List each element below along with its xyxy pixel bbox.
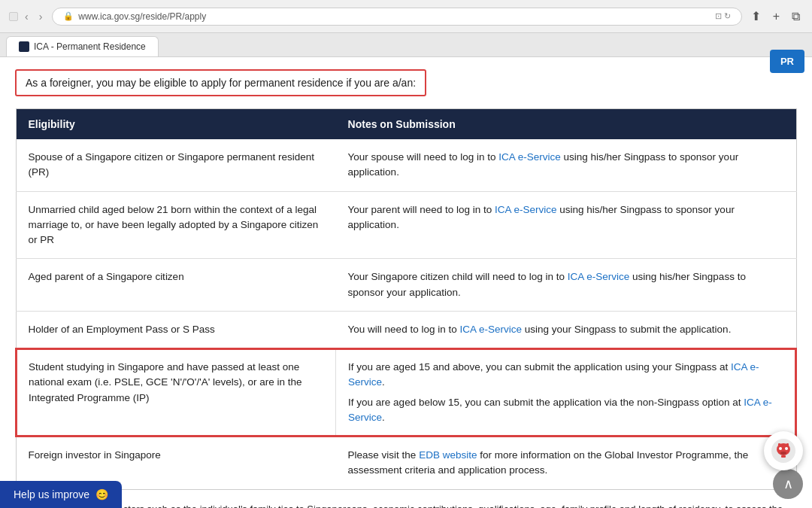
tab-favicon: [19, 41, 29, 52]
notes-prefix: Your Singapore citizen child will need t…: [348, 271, 568, 282]
student-row: Student studying in Singapore and have p…: [16, 348, 796, 437]
address-bar[interactable]: 🔒 www.ica.gov.sg/reside/PR/apply ⊡ ↻: [52, 8, 741, 26]
col-header-notes: Notes on Submission: [336, 109, 796, 140]
svg-rect-6: [778, 443, 780, 446]
notes-prefix: Your spouse will need to log in to: [348, 151, 499, 163]
notes-suffix: using your Singpass to submit the applic…: [522, 324, 731, 335]
chatbot-svg: [771, 438, 796, 464]
browser-controls: ‹ ›: [9, 9, 46, 24]
window-icon: [9, 12, 18, 21]
eligibility-cell: Holder of an Employment Pass or S Pass: [16, 311, 336, 348]
reader-icon: ⊡ ↻: [715, 11, 731, 21]
browser-actions: ⬆ + ⧉: [748, 8, 803, 25]
add-tab-button[interactable]: +: [770, 8, 783, 25]
ica-eservice-link[interactable]: ICA e-Service: [459, 324, 522, 335]
col-header-eligibility: Eligibility: [16, 109, 336, 140]
notes-cell: Your parent will need to log in to ICA e…: [336, 191, 796, 259]
lock-icon: 🔒: [63, 11, 74, 21]
edb-website-link[interactable]: EDB website: [419, 449, 477, 461]
eligibility-cell: Spouse of a Singapore citizen or Singapo…: [16, 139, 336, 191]
ica-eservice-link[interactable]: ICA e-Service: [568, 271, 630, 282]
table-header-row: Eligibility Notes on Submission: [16, 109, 796, 140]
eligibility-note: As a foreigner, you may be eligible to a…: [15, 69, 426, 96]
active-tab[interactable]: ICA - Permanent Residence: [6, 36, 159, 56]
tab-bar: ICA - Permanent Residence: [0, 33, 812, 57]
url-text: www.ica.gov.sg/reside/PR/apply: [78, 11, 206, 22]
table-row: Foreign investor in Singapore Please vis…: [16, 437, 796, 489]
chatbot-button[interactable]: [764, 431, 803, 470]
student-note-line2: If you are aged below 15, you can submit…: [348, 395, 783, 426]
table-row: Spouse of a Singapore citizen or Singapo…: [16, 139, 796, 191]
table-row: Holder of an Employment Pass or S Pass Y…: [16, 311, 796, 348]
copy-button[interactable]: ⧉: [789, 8, 803, 25]
table-row: Unmarried child aged below 21 born withi…: [16, 191, 796, 259]
share-button[interactable]: ⬆: [748, 8, 764, 25]
help-label: Help us improve: [14, 488, 89, 500]
footer-note: ICA takes into account factors such as t…: [15, 502, 797, 509]
back-button[interactable]: ‹: [21, 9, 32, 24]
svg-point-2: [779, 447, 782, 450]
svg-point-4: [780, 452, 786, 455]
browser-chrome: ‹ › 🔒 www.ica.gov.sg/reside/PR/apply ⊡ ↻…: [0, 0, 812, 33]
eligibility-cell-student: Student studying in Singapore and have p…: [16, 348, 336, 437]
notes-cell: Your Singapore citizen child will need t…: [336, 259, 796, 312]
help-emoji: 😊: [95, 488, 108, 500]
student-note-line1: If you are aged 15 and above, you can su…: [348, 360, 783, 391]
scroll-top-button[interactable]: ∧: [773, 469, 803, 499]
svg-point-3: [785, 447, 788, 450]
notes-cell-student: If you are aged 15 and above, you can su…: [336, 348, 796, 437]
notes-cell: You will need to log in to ICA e-Service…: [336, 311, 796, 348]
ica-eservice-link[interactable]: ICA e-Service: [495, 204, 557, 215]
notes-prefix: Please visit the: [348, 449, 420, 461]
notes-cell: Your spouse will need to log in to ICA e…: [336, 139, 796, 191]
page-content: PR As a foreigner, you may be eligible t…: [0, 57, 812, 508]
svg-rect-7: [786, 443, 789, 446]
ica-eservice-link[interactable]: ICA e-Service: [498, 151, 561, 163]
eligibility-cell: Unmarried child aged below 21 born withi…: [16, 191, 336, 259]
tab-label: ICA - Permanent Residence: [34, 41, 146, 52]
notes-cell: Please visit the EDB website for more in…: [336, 437, 796, 489]
svg-rect-5: [781, 455, 786, 458]
notes-prefix: You will need to log in to: [348, 324, 460, 335]
table-row: Aged parent of a Singapore citizen Your …: [16, 259, 796, 312]
help-bar[interactable]: Help us improve 😊: [0, 481, 122, 508]
notes-prefix: Your parent will need to log in to: [348, 204, 495, 215]
pr-button[interactable]: PR: [770, 50, 804, 73]
forward-button[interactable]: ›: [35, 9, 47, 24]
eligibility-table: Eligibility Notes on Submission Spouse o…: [15, 108, 797, 490]
eligibility-cell: Aged parent of a Singapore citizen: [16, 259, 336, 312]
